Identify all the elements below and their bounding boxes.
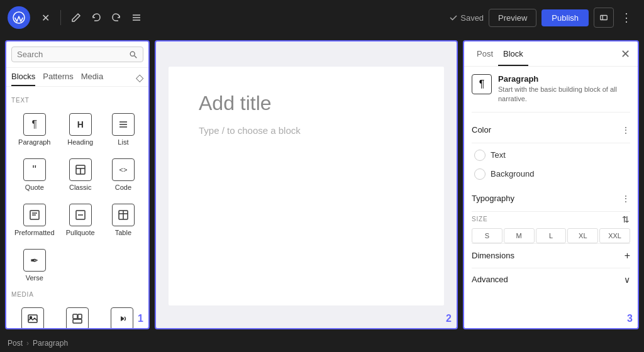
color-text-option[interactable]: Text (472, 146, 630, 165)
typography-divider (472, 211, 630, 212)
top-toolbar: ✕ Saved Preview Publish (0, 0, 644, 35)
color-background-option[interactable]: Background (472, 165, 630, 184)
block-info-description: Start with the basic building block of a… (498, 85, 630, 104)
right-panel-number: 3 (627, 313, 633, 324)
block-audio[interactable]: Audio (101, 302, 143, 328)
block-gallery[interactable]: Gallery (56, 302, 98, 328)
editor-title[interactable]: Add title (199, 92, 414, 115)
color-section-header[interactable]: Color ⋮ (472, 120, 630, 140)
size-btn-m[interactable]: M (504, 228, 535, 243)
block-table[interactable]: Table (103, 198, 143, 241)
edit-button[interactable] (66, 8, 86, 28)
block-info: ¶ Paragraph Start with the basic buildin… (472, 74, 630, 113)
size-btn-xl[interactable]: XL (567, 228, 598, 243)
tab-patterns[interactable]: Patterns (43, 72, 73, 86)
block-image[interactable]: Image (11, 302, 53, 328)
list-view-button[interactable] (126, 8, 147, 28)
center-panel-number: 2 (446, 313, 452, 324)
size-adjust-icon[interactable]: ⇅ (622, 214, 630, 224)
advanced-chevron-icon[interactable]: ∨ (624, 275, 630, 285)
breadcrumb-current: Paragraph (33, 339, 68, 348)
block-quote[interactable]: " Quote (11, 153, 58, 195)
right-panel: Post Block ✕ ¶ Paragraph Start with the … (463, 40, 639, 329)
size-btn-l[interactable]: L (536, 228, 567, 243)
size-btn-s[interactable]: S (472, 228, 502, 243)
svg-rect-4 (601, 16, 608, 20)
media-section-label: MEDIA (11, 291, 143, 298)
tab-block[interactable]: Block (498, 41, 528, 66)
left-panel-number: 1 (138, 313, 143, 324)
search-input[interactable] (17, 50, 129, 59)
heading-icon: H (69, 113, 92, 136)
tab-post[interactable]: Post (472, 41, 498, 66)
image-icon (21, 307, 44, 328)
block-verse[interactable]: ✒ Verse (11, 243, 58, 286)
svg-point-6 (130, 52, 135, 56)
block-heading[interactable]: H Heading (60, 107, 101, 150)
editor-canvas[interactable]: Add title Type / to choose a block (169, 67, 444, 305)
tab-extras-icon[interactable]: ◇ (136, 72, 143, 86)
block-code[interactable]: <> Code (103, 153, 143, 195)
block-paragraph[interactable]: ¶ Paragraph (11, 107, 58, 150)
saved-indicator: Saved (449, 13, 484, 23)
size-buttons-group: S M L XL XXL (472, 228, 630, 243)
search-bar (6, 41, 148, 68)
toolbar-separator (60, 10, 61, 25)
paragraph-icon: ¶ (23, 113, 46, 136)
code-icon: <> (112, 158, 135, 181)
breadcrumb-separator: › (26, 339, 29, 348)
more-options-button[interactable]: ⋮ (616, 8, 636, 28)
undo-button[interactable] (86, 8, 106, 28)
search-input-wrap[interactable] (11, 47, 143, 62)
dimensions-section[interactable]: Dimensions + (472, 243, 630, 268)
advanced-title: Advanced (472, 275, 508, 284)
settings-button[interactable] (594, 8, 614, 28)
verse-icon: ✒ (23, 249, 46, 272)
classic-icon (69, 158, 92, 181)
preview-button[interactable]: Preview (489, 9, 536, 27)
tab-blocks[interactable]: Blocks (11, 72, 35, 86)
gallery-icon (66, 307, 89, 328)
dimensions-add-icon[interactable]: + (625, 250, 630, 261)
blocks-tabs-row: Blocks Patterns Media ◇ (6, 68, 148, 87)
pullquote-icon (69, 204, 92, 226)
advanced-section[interactable]: Advanced ∨ (472, 268, 630, 291)
redo-button[interactable] (106, 8, 126, 28)
typography-section-title: Typography (472, 194, 514, 203)
text-blocks-grid: ¶ Paragraph H Heading List " (11, 107, 143, 286)
list-icon (112, 113, 135, 136)
tab-media[interactable]: Media (81, 72, 103, 86)
media-blocks-grid: Image Gallery (11, 302, 143, 328)
block-info-text: Paragraph Start with the basic building … (498, 74, 630, 104)
color-divider (472, 143, 630, 143)
right-content: ¶ Paragraph Start with the basic buildin… (464, 67, 638, 328)
block-info-icon: ¶ (472, 74, 492, 94)
background-color-circle[interactable] (474, 168, 486, 180)
center-panel: Add title Type / to choose a block 2 (155, 40, 458, 329)
breadcrumb-root[interactable]: Post (8, 339, 23, 348)
close-panel-button[interactable]: ✕ (621, 48, 630, 60)
svg-rect-26 (73, 319, 82, 323)
svg-rect-25 (78, 314, 82, 319)
text-color-circle[interactable] (474, 150, 486, 161)
right-tabs-row: Post Block ✕ (464, 41, 638, 67)
typography-section-header[interactable]: Typography ⋮ (472, 189, 630, 209)
typography-options-icon[interactable]: ⋮ (621, 194, 630, 204)
wp-logo[interactable] (8, 6, 30, 29)
text-color-label: Text (491, 150, 506, 160)
search-icon (129, 50, 138, 59)
table-icon (112, 204, 135, 226)
close-button[interactable]: ✕ (35, 8, 55, 28)
background-color-label: Background (491, 169, 534, 179)
editor-content-placeholder[interactable]: Type / to choose a block (199, 125, 414, 136)
block-list[interactable]: List (103, 107, 143, 150)
block-preformatted[interactable]: Preformatted (11, 198, 58, 241)
block-classic[interactable]: Classic (60, 153, 101, 195)
size-btn-xxl[interactable]: XXL (599, 228, 630, 243)
color-section-title: Color (472, 125, 491, 135)
publish-button[interactable]: Publish (541, 9, 589, 26)
size-label-row: SIZE ⇅ (472, 214, 630, 224)
block-pullquote[interactable]: Pullquote (60, 198, 101, 241)
status-bar: Post › Paragraph (0, 334, 644, 352)
color-options-icon[interactable]: ⋮ (621, 125, 630, 135)
